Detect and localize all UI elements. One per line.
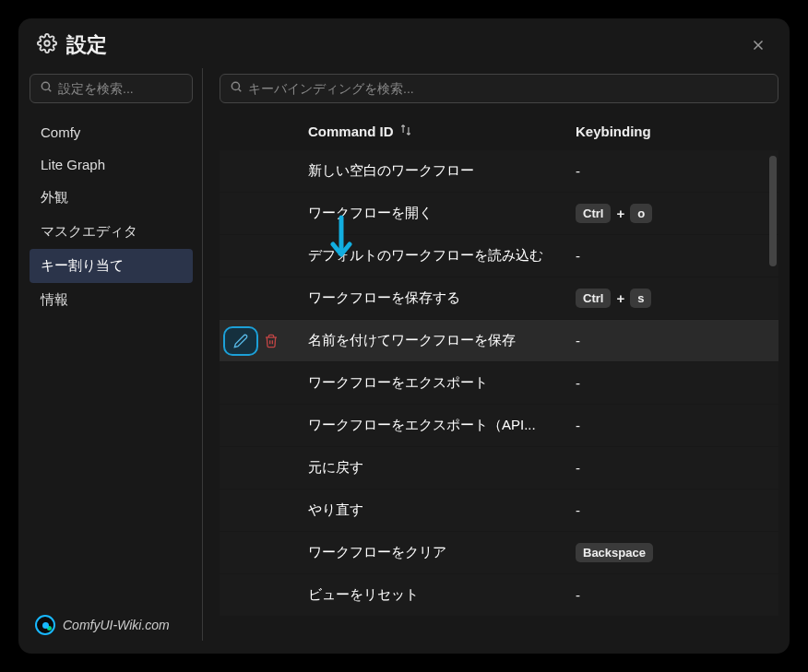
keybinding-cell: Ctrl+o <box>576 204 778 223</box>
command-label: ワークフローを保存する <box>308 289 576 307</box>
col-header-command[interactable]: Command ID <box>308 124 576 139</box>
search-icon <box>40 80 53 97</box>
keybinding-cell: - <box>576 375 778 391</box>
command-label: ワークフローをエクスポート（API... <box>308 417 576 434</box>
keybinding-cell: - <box>576 460 778 476</box>
gear-icon <box>37 33 57 57</box>
table-row[interactable]: ビューをリセット- <box>220 574 778 616</box>
keybinding-cell: - <box>576 587 778 603</box>
sidebar-item[interactable]: キー割り当て <box>30 249 193 283</box>
keybinding-cell: - <box>576 248 778 264</box>
keybinding-cell: - <box>576 502 778 518</box>
scrollbar-thumb[interactable] <box>769 156 777 266</box>
sidebar-item[interactable]: 情報 <box>30 283 193 317</box>
table-row[interactable]: ワークフローをエクスポート（API...- <box>220 405 778 446</box>
search-icon <box>230 80 243 97</box>
delete-keybinding-button[interactable] <box>264 334 279 348</box>
sort-icon <box>399 124 412 139</box>
sidebar-item[interactable]: Comfy <box>30 116 193 148</box>
key-chip: Ctrl <box>576 289 611 308</box>
close-button[interactable] <box>745 32 771 58</box>
svg-line-6 <box>239 89 242 92</box>
sidebar: ComfyLite Graph外観マスクエディタキー割り当て情報 ComfyUI… <box>30 68 203 641</box>
watermark: ComfyUI-Wiki.com <box>35 615 170 635</box>
key-chip: o <box>630 204 652 223</box>
table-row[interactable]: ワークフローをクリアBackspace <box>220 532 778 573</box>
command-label: ビューをリセット <box>308 586 576 604</box>
table-row[interactable]: デフォルトのワークフローを読み込む- <box>220 235 778 277</box>
key-chip: s <box>630 289 651 308</box>
keybinding-cell: - <box>576 163 778 179</box>
command-label: ワークフローをエクスポート <box>308 374 576 392</box>
titlebar: 設定 <box>18 18 790 68</box>
sidebar-search[interactable] <box>30 74 193 103</box>
table-row[interactable]: ワークフローを開くCtrl+o <box>220 193 778 234</box>
table-header: Command ID Keybinding <box>220 114 778 150</box>
main-panel: Command ID Keybinding 新しい空白のワークフロー-ワークフロ… <box>203 68 778 641</box>
keybinding-cell: Backspace <box>576 543 778 562</box>
settings-window: 設定 ComfyLite Graph外観マスクエディタキー割り当て情報 Comf… <box>18 18 790 654</box>
table-body: 新しい空白のワークフロー-ワークフローを開くCtrl+oデフォルトのワークフロー… <box>220 150 778 616</box>
edit-keybinding-button[interactable] <box>223 326 258 356</box>
keybinding-search-input[interactable] <box>248 81 768 96</box>
keybinding-cell: - <box>576 333 778 348</box>
trash-icon <box>264 334 279 348</box>
page-title: 設定 <box>66 31 745 59</box>
sidebar-item[interactable]: 外観 <box>30 181 193 215</box>
table-row[interactable]: 新しい空白のワークフロー- <box>220 150 778 192</box>
key-chip: Backspace <box>576 543 653 562</box>
sidebar-nav: ComfyLite Graph外観マスクエディタキー割り当て情報 <box>30 116 193 317</box>
watermark-text: ComfyUI-Wiki.com <box>63 618 170 632</box>
key-chip: Ctrl <box>576 204 611 223</box>
content: ComfyLite Graph外観マスクエディタキー割り当て情報 ComfyUI… <box>18 68 790 654</box>
col-header-keybinding[interactable]: Keybinding <box>576 124 778 139</box>
svg-point-5 <box>232 82 239 89</box>
keybinding-search[interactable] <box>220 74 778 103</box>
command-label: デフォルトのワークフローを読み込む <box>308 247 576 265</box>
sidebar-item[interactable]: マスクエディタ <box>30 215 193 249</box>
table-row[interactable]: ワークフローをエクスポート- <box>220 362 778 404</box>
command-label: 新しい空白のワークフロー <box>308 162 576 180</box>
svg-line-4 <box>49 89 52 92</box>
svg-point-0 <box>44 41 50 46</box>
command-label: ワークフローをクリア <box>308 544 576 561</box>
command-label: ワークフローを開く <box>308 205 576 222</box>
command-label: 名前を付けてワークフローを保存 <box>308 332 576 349</box>
table-row[interactable]: やり直す- <box>220 489 778 531</box>
table-row[interactable]: 名前を付けてワークフローを保存- <box>220 320 778 361</box>
scrollbar[interactable] <box>769 156 777 641</box>
sidebar-search-input[interactable] <box>58 81 183 96</box>
watermark-logo-icon <box>35 615 55 635</box>
table-row[interactable]: ワークフローを保存するCtrl+s <box>220 277 778 319</box>
svg-point-3 <box>42 82 49 89</box>
command-label: 元に戻す <box>308 459 576 477</box>
keybinding-cell: - <box>576 418 778 433</box>
sidebar-item[interactable]: Lite Graph <box>30 148 193 181</box>
command-label: やり直す <box>308 501 576 519</box>
keybinding-cell: Ctrl+s <box>576 289 778 308</box>
keybinding-table: Command ID Keybinding 新しい空白のワークフロー-ワークフロ… <box>220 114 778 641</box>
table-row[interactable]: 元に戻す- <box>220 447 778 489</box>
pencil-icon <box>233 334 248 348</box>
